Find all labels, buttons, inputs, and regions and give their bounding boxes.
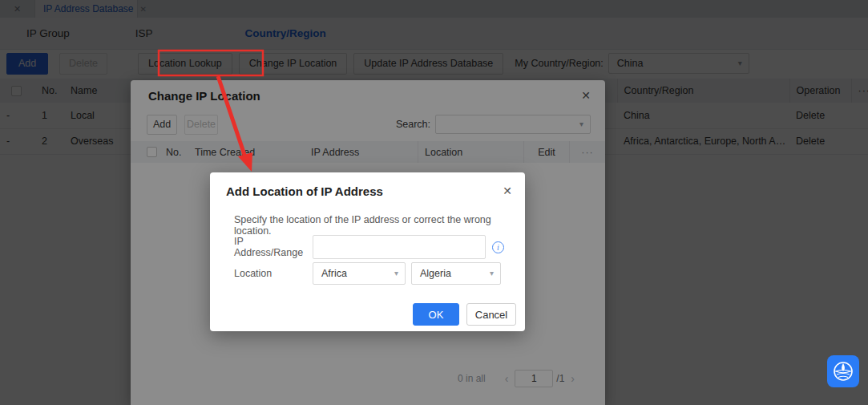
- chevron-down-icon: ▾: [394, 269, 398, 277]
- ip-address-range-input[interactable]: [313, 235, 486, 259]
- continent-value: Africa: [313, 268, 347, 279]
- dialog-description: Specify the location of the IP address o…: [210, 201, 525, 237]
- cancel-button[interactable]: Cancel: [466, 303, 516, 326]
- ip-address-range-label: IP Address/Range: [234, 236, 313, 258]
- close-icon[interactable]: ✕: [503, 185, 512, 196]
- location-label: Location: [234, 268, 313, 279]
- info-icon[interactable]: i: [492, 241, 504, 253]
- ruijie-logo-icon[interactable]: [827, 355, 859, 387]
- dialog-title: Add Location of IP Address: [226, 184, 503, 198]
- country-value: Algeria: [412, 268, 451, 279]
- continent-select[interactable]: Africa ▾: [313, 262, 406, 285]
- ok-button[interactable]: OK: [413, 303, 459, 326]
- add-location-dialog: Add Location of IP Address ✕ Specify the…: [210, 172, 525, 331]
- chevron-down-icon: ▾: [490, 269, 494, 277]
- country-select[interactable]: Algeria ▾: [411, 262, 501, 285]
